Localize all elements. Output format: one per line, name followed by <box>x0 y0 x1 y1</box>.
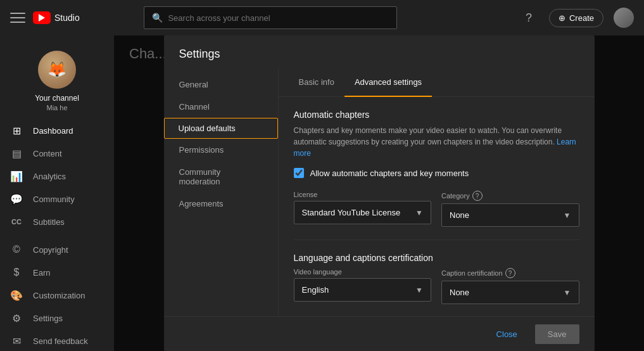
license-group: License Standard YouTube License ▼ <box>294 191 432 227</box>
main-content: Cha... Settings General Channel Upload d… <box>114 35 644 351</box>
create-icon: ⊕ <box>559 13 565 23</box>
sidebar-item-content[interactable]: ▤ Content <box>0 142 114 165</box>
youtube-icon <box>33 11 51 24</box>
community-icon: 💬 <box>10 193 23 205</box>
category-dropdown[interactable]: None ▼ <box>441 203 579 227</box>
channel-avatar[interactable]: 🦊 <box>38 51 76 89</box>
license-label: License <box>294 191 432 198</box>
settings-panel: Basic info Advanced settings Automatic c… <box>278 68 595 316</box>
content-icon: ▤ <box>10 147 23 160</box>
sidebar-item-send-feedback[interactable]: ✉ Send feedback <box>0 329 114 351</box>
settings-nav-general[interactable]: General <box>164 73 278 96</box>
language-caption-row: Video language English ▼ Capti <box>294 268 579 304</box>
close-button[interactable]: Close <box>484 324 530 344</box>
allow-chapters-checkbox[interactable] <box>294 168 304 178</box>
copyright-icon: © <box>10 243 23 256</box>
category-group: Category ? None ▼ <box>441 191 579 227</box>
caption-help-icon[interactable]: ? <box>505 268 515 278</box>
settings-icon: ⚙ <box>10 312 23 324</box>
channel-info: 🦊 Your channel Mia he <box>0 41 114 119</box>
menu-button[interactable] <box>10 10 25 25</box>
category-chevron: ▼ <box>564 211 571 220</box>
top-nav: Studio 🔍 ? ⊕ Create <box>0 0 644 35</box>
video-language-label: Video language <box>294 268 432 276</box>
license-chevron: ▼ <box>415 208 423 217</box>
channel-sub: Mia he <box>46 104 67 112</box>
settings-nav-agreements[interactable]: Agreements <box>164 193 278 215</box>
caption-cert-chevron: ▼ <box>564 288 571 297</box>
settings-nav: General Channel Upload defaults Permissi… <box>164 68 278 316</box>
sidebar-item-settings[interactable]: ⚙ Settings <box>0 307 114 329</box>
allow-chapters-label: Allow automatic chapters and key moments <box>310 169 469 178</box>
earn-icon: $ <box>10 266 23 279</box>
sidebar-item-subtitles[interactable]: CC Subtitles <box>0 210 114 233</box>
sidebar-item-earn[interactable]: $ Earn <box>0 261 114 284</box>
automatic-chapters-title: Automatic chapters <box>294 110 579 120</box>
license-dropdown[interactable]: Standard YouTube License ▼ <box>294 201 432 224</box>
tab-basic-info[interactable]: Basic info <box>289 68 344 97</box>
subtitles-icon: CC <box>10 215 23 228</box>
create-button[interactable]: ⊕ Create <box>549 9 603 27</box>
channel-name: Your channel <box>35 94 79 103</box>
license-category-row: License Standard YouTube License ▼ <box>294 191 579 227</box>
modal-footer: Close Save <box>164 316 595 351</box>
sidebar-item-dashboard[interactable]: ⊞ Dashboard <box>0 119 114 142</box>
help-button[interactable]: ? <box>519 8 539 28</box>
modal-title: Settings <box>164 35 595 68</box>
sidebar-item-community[interactable]: 💬 Community <box>0 188 114 210</box>
settings-nav-channel[interactable]: Channel <box>164 96 278 118</box>
caption-cert-group: Caption certification ? None ▼ <box>441 268 579 304</box>
settings-nav-community-moderation[interactable]: Community moderation <box>164 161 278 193</box>
modal-overlay: Settings General Channel Upload defaults… <box>114 35 644 351</box>
advanced-settings-content: Automatic chapters Chapters and key mome… <box>279 97 595 316</box>
sidebar-item-copyright[interactable]: © Copyright <box>0 238 114 261</box>
sidebar-item-analytics[interactable]: 📊 Analytics <box>0 165 114 188</box>
top-right-actions: ? ⊕ Create <box>519 8 634 28</box>
avatar[interactable] <box>614 8 634 28</box>
video-language-chevron: ▼ <box>415 286 423 295</box>
modal-body: General Channel Upload defaults Permissi… <box>164 68 595 316</box>
customization-icon: 🎨 <box>10 289 23 302</box>
dashboard-icon: ⊞ <box>10 124 23 137</box>
settings-modal: Settings General Channel Upload defaults… <box>164 35 595 351</box>
search-bar: 🔍 <box>144 6 397 29</box>
section-divider <box>294 239 579 240</box>
save-button[interactable]: Save <box>535 324 579 344</box>
settings-nav-permissions[interactable]: Permissions <box>164 139 278 161</box>
caption-cert-dropdown[interactable]: None ▼ <box>441 281 579 304</box>
studio-label: Studio <box>54 13 80 23</box>
tab-bar: Basic info Advanced settings <box>279 68 595 97</box>
feedback-icon: ✉ <box>10 335 23 347</box>
layout: 🦊 Your channel Mia he ⊞ Dashboard ▤ Cont… <box>0 35 644 351</box>
logo: Studio <box>33 11 80 24</box>
search-icon: 🔍 <box>152 13 163 23</box>
language-captions-title: Language and captions certification <box>294 253 579 263</box>
analytics-icon: 📊 <box>10 170 23 182</box>
category-help-icon[interactable]: ? <box>472 191 483 201</box>
sidebar: 🦊 Your channel Mia he ⊞ Dashboard ▤ Cont… <box>0 35 114 351</box>
search-input[interactable] <box>168 13 389 23</box>
allow-chapters-row: Allow automatic chapters and key moments <box>294 168 579 178</box>
sidebar-item-customization[interactable]: 🎨 Customization <box>0 284 114 307</box>
settings-nav-upload-defaults[interactable]: Upload defaults <box>164 118 278 139</box>
tab-advanced-settings[interactable]: Advanced settings <box>344 68 432 97</box>
caption-cert-label: Caption certification ? <box>441 268 579 278</box>
category-label: Category ? <box>441 191 579 201</box>
video-language-dropdown[interactable]: English ▼ <box>294 278 432 302</box>
video-language-group: Video language English ▼ <box>294 268 432 304</box>
automatic-chapters-desc: Chapters and key moments make your video… <box>294 125 579 159</box>
